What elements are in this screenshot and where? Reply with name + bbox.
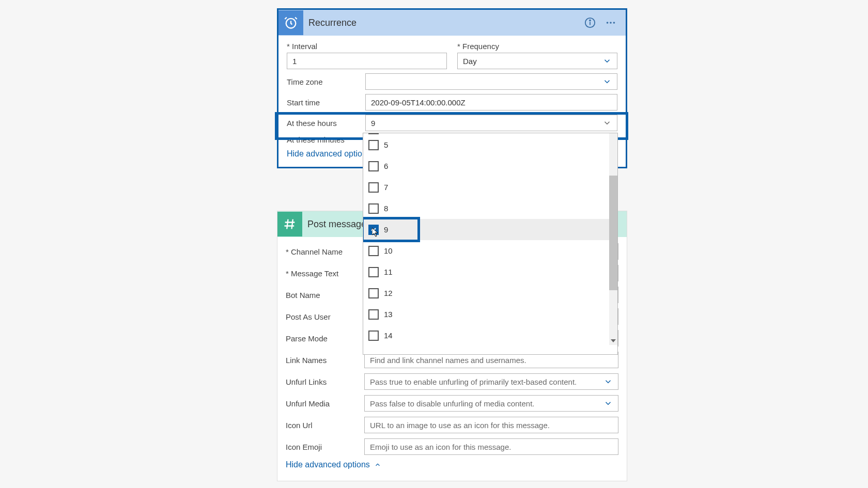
frequency-label: Frequency	[457, 42, 617, 51]
iconurl-input[interactable]: URL to an image to use as an icon for th…	[364, 417, 618, 433]
message-label: Message Text	[286, 269, 364, 278]
hours-option[interactable]: 6	[363, 155, 617, 177]
unfurl-media-select[interactable]: Pass false to disable unfurling of media…	[364, 395, 618, 412]
hash-icon	[277, 212, 302, 237]
postas-label: Post As User	[286, 312, 364, 321]
hours-option-label: 14	[384, 331, 393, 340]
iconemoji-label: Icon Emoji	[286, 443, 364, 451]
unfurl-media-label: Unfurl Media	[286, 399, 364, 408]
hours-option-label: 8	[384, 204, 388, 213]
info-icon[interactable]	[584, 17, 596, 28]
checkbox-checked-icon	[368, 225, 379, 235]
checkbox-icon	[368, 161, 379, 171]
checkbox-icon	[368, 203, 379, 214]
unfurl-links-label: Unfurl Links	[286, 377, 364, 386]
checkbox-icon	[368, 140, 379, 150]
interval-input[interactable]: 1	[287, 53, 447, 69]
hours-label: At these hours	[287, 119, 365, 128]
hours-option[interactable]: 12	[363, 282, 617, 304]
hours-option-label: 10	[384, 246, 393, 255]
hours-option[interactable]: 9	[363, 219, 617, 240]
linknames-label: Link Names	[286, 356, 364, 365]
hours-option[interactable]: 11	[363, 261, 617, 282]
unfurl-links-select[interactable]: Pass true to enable unfurling of primari…	[364, 373, 618, 390]
hide-advanced-link[interactable]: Hide advanced options	[286, 460, 618, 469]
chevron-up-icon	[374, 461, 381, 468]
chevron-down-icon	[602, 56, 612, 66]
scroll-down-arrow-icon[interactable]	[609, 337, 617, 345]
hours-option-label: 6	[384, 162, 388, 170]
interval-label: Interval	[287, 42, 447, 51]
hours-option-label: 9	[384, 225, 388, 234]
clock-alarm-icon	[278, 10, 303, 35]
hours-option-label: 11	[384, 267, 393, 276]
hours-option[interactable]: 5	[363, 134, 617, 155]
hours-option[interactable]: 7	[363, 177, 617, 198]
checkbox-icon	[368, 309, 379, 320]
hours-select[interactable]: 9	[365, 115, 617, 131]
chevron-down-icon	[602, 118, 612, 128]
chevron-down-icon	[603, 399, 613, 408]
recurrence-header: Recurrence	[278, 10, 626, 36]
checkbox-icon	[368, 288, 379, 298]
hours-option-label: 12	[384, 289, 393, 297]
svg-point-3	[590, 20, 591, 21]
more-icon[interactable]	[605, 17, 616, 28]
botname-label: Bot Name	[286, 291, 364, 300]
hours-option[interactable]: 8	[363, 198, 617, 219]
starttime-label: Start time	[287, 98, 365, 107]
hours-option[interactable]: 13	[363, 304, 617, 325]
checkbox-icon	[368, 182, 379, 193]
recurrence-title: Recurrence	[308, 18, 584, 28]
timezone-select[interactable]	[365, 73, 617, 90]
hours-option-label: 13	[384, 310, 393, 319]
iconemoji-input[interactable]: Emoji to use as an icon for this message…	[364, 438, 618, 455]
hours-option-label: 7	[384, 183, 388, 192]
scrollbar-thumb[interactable]	[609, 176, 617, 290]
checkbox-icon	[368, 330, 379, 341]
minutes-label: At these minutes	[287, 135, 365, 144]
frequency-select[interactable]: Day	[457, 53, 617, 69]
timezone-label: Time zone	[287, 77, 365, 86]
hours-dropdown: 4 567891011121314	[363, 133, 618, 355]
starttime-input[interactable]: 2020-09-05T14:00:00.000Z	[365, 94, 617, 111]
svg-point-5	[610, 22, 612, 24]
chevron-down-icon	[603, 377, 613, 386]
hours-option[interactable]: 14	[363, 325, 617, 346]
svg-point-4	[607, 22, 609, 24]
channel-label: Channel Name	[286, 247, 364, 256]
svg-point-6	[613, 22, 615, 24]
parse-label: Parse Mode	[286, 334, 364, 343]
iconurl-label: Icon Url	[286, 421, 364, 430]
svg-rect-7	[285, 219, 296, 230]
hours-option-label: 5	[384, 140, 388, 149]
hours-option[interactable]: 10	[363, 240, 617, 261]
svg-marker-9	[611, 339, 616, 342]
chevron-down-icon	[602, 77, 612, 86]
checkbox-icon	[368, 246, 379, 256]
checkbox-icon	[368, 267, 379, 277]
